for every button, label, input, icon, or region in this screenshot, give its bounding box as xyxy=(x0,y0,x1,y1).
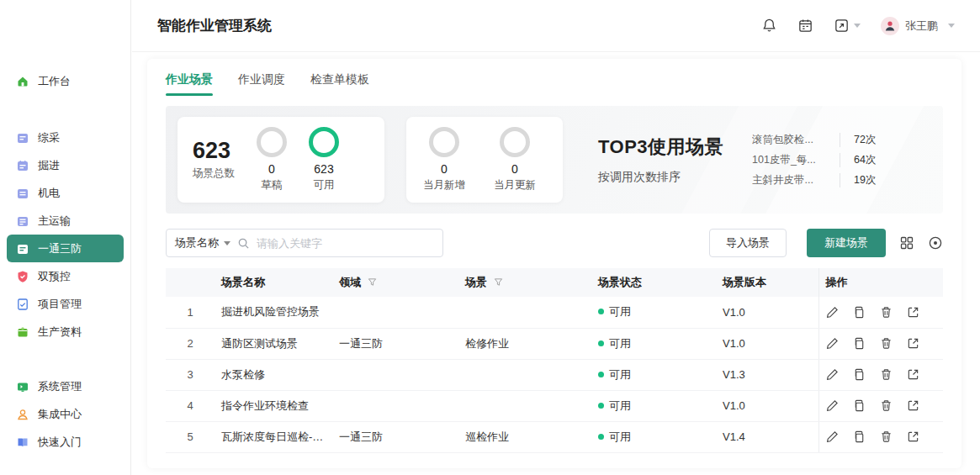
tab-schedule[interactable]: 作业调度 xyxy=(238,72,285,96)
top3-item: 滚筒包胶检... 72次 xyxy=(752,133,877,147)
sidebar-item-xitongguanli[interactable]: 系统管理 xyxy=(7,372,124,400)
edit-icon[interactable] xyxy=(826,368,839,381)
sidebar-item-label: 系统管理 xyxy=(38,379,82,394)
top3-panel: TOP3使用场景 按调用次数排序 滚筒包胶检... 72次 101皮带_每...… xyxy=(598,133,877,187)
share-icon[interactable] xyxy=(907,306,919,319)
filter-funnel-icon[interactable] xyxy=(494,277,503,289)
edit-icon[interactable] xyxy=(826,430,839,443)
scene-cell: 巡检作业 xyxy=(458,421,591,452)
edit-icon[interactable] xyxy=(826,399,839,412)
calendar-icon[interactable] xyxy=(797,18,813,34)
copy-icon[interactable] xyxy=(853,306,866,319)
col-version: 场景版本 xyxy=(716,268,818,297)
chevron-down-icon xyxy=(224,241,230,245)
scene-name-cell: 瓦斯浓度每日巡检-TF... xyxy=(215,421,332,452)
row-index: 1 xyxy=(166,297,215,328)
row-index: 2 xyxy=(166,328,215,359)
domain-cell: 一通三防 xyxy=(332,328,458,359)
table-toolbar: 场景名称 导入场景 新建场景 xyxy=(166,229,943,257)
edit-icon[interactable] xyxy=(826,306,839,319)
copy-icon[interactable] xyxy=(853,337,866,350)
sidebar-item-kuaisurumen[interactable]: 快速入门 xyxy=(7,428,124,456)
search-icon xyxy=(237,237,250,250)
actions-cell xyxy=(818,390,943,421)
share-icon[interactable] xyxy=(907,399,919,412)
copy-icon[interactable] xyxy=(853,368,866,381)
scene-name-cell: 掘进机风险管控场景 xyxy=(215,297,332,328)
create-scene-button[interactable]: 新建场景 xyxy=(807,229,886,257)
settings-icon[interactable] xyxy=(928,235,943,251)
sidebar-item-jidian[interactable]: 机电 xyxy=(7,179,124,207)
apps-export-icon[interactable] xyxy=(834,18,861,34)
import-scene-button[interactable]: 导入场景 xyxy=(709,229,787,257)
topbar: 智能作业管理系统 张王鹏 xyxy=(132,0,980,52)
sidebar-item-zongcai[interactable]: 综采 xyxy=(7,124,124,151)
version-cell: V1.0 xyxy=(716,390,818,421)
module-icon xyxy=(15,241,29,256)
top3-item-name: 主斜井皮带... xyxy=(752,173,840,187)
card-view-icon[interactable] xyxy=(899,235,914,251)
sidebar-item-juejin[interactable]: 掘进 xyxy=(7,151,124,179)
share-icon[interactable] xyxy=(907,337,919,350)
status-dot xyxy=(598,309,604,314)
version-cell: V1.0 xyxy=(716,328,818,359)
filter-field-select[interactable]: 场景名称 xyxy=(175,235,230,251)
filter-funnel-icon[interactable] xyxy=(368,277,377,289)
sidebar-item-xiangmuguanli[interactable]: 项目管理 xyxy=(7,290,124,318)
available-ring xyxy=(309,127,339,157)
tab-label: 检查单模板 xyxy=(310,72,369,86)
toolbar-actions: 导入场景 新建场景 xyxy=(709,229,943,257)
status-dot xyxy=(598,403,604,409)
scene-cell xyxy=(458,390,591,421)
sidebar-item-label: 机电 xyxy=(38,186,60,201)
delete-icon[interactable] xyxy=(880,306,893,319)
sidebar-item-shengchanziliao[interactable]: 生产资料 xyxy=(7,318,124,346)
domain-cell: 一通三防 xyxy=(332,421,458,452)
sidebar-item-workbench[interactable]: 工作台 xyxy=(7,67,124,95)
status-cell: 可用 xyxy=(591,359,716,390)
table-row: 1 掘进机风险管控场景 可用 V1.0 xyxy=(166,297,943,328)
domain-cell xyxy=(332,390,458,421)
actions-cell xyxy=(818,328,943,359)
materials-icon xyxy=(15,325,29,339)
actions-cell xyxy=(818,359,943,390)
share-icon[interactable] xyxy=(907,368,919,381)
status-badge: 可用 xyxy=(609,337,631,350)
tab-scene[interactable]: 作业场景 xyxy=(166,72,213,96)
delete-icon[interactable] xyxy=(880,430,893,443)
tab-bar: 作业场景 作业调度 检查单模板 xyxy=(166,72,943,96)
scene-cell xyxy=(458,297,591,328)
top3-title: TOP3使用场景 xyxy=(598,135,723,160)
module-icon xyxy=(15,130,29,145)
edit-icon[interactable] xyxy=(826,337,839,350)
month-new-label: 当月新增 xyxy=(423,178,465,193)
share-icon[interactable] xyxy=(907,430,919,443)
copy-icon[interactable] xyxy=(853,430,866,443)
delete-icon[interactable] xyxy=(880,368,893,381)
bell-icon[interactable] xyxy=(761,18,777,34)
scene-cell xyxy=(458,359,591,390)
sidebar-item-yitongsanfang[interactable]: 一通三防 xyxy=(7,235,124,262)
table-row: 4 指令作业环境检查 可用 V1.0 xyxy=(166,390,943,421)
col-name: 场景名称 xyxy=(215,268,332,297)
user-menu[interactable]: 张王鹏 xyxy=(881,17,955,35)
sidebar-item-shuangyukong[interactable]: 双预控 xyxy=(7,262,124,290)
module-icon xyxy=(15,214,29,228)
status-badge: 可用 xyxy=(609,305,631,318)
status-dot xyxy=(598,434,604,440)
copy-icon[interactable] xyxy=(853,399,866,412)
top3-item-name: 滚筒包胶检... xyxy=(752,133,840,147)
scene-name-cell: 指令作业环境检查 xyxy=(215,390,332,421)
col-scene: 场景 xyxy=(458,268,591,297)
draft-stat: 0 草稿 xyxy=(257,127,287,193)
sidebar-item-zhuyunshu[interactable]: 主运输 xyxy=(7,207,124,235)
tab-checklist-template[interactable]: 检查单模板 xyxy=(310,72,369,96)
top3-subtitle: 按调用次数排序 xyxy=(598,170,723,185)
search-input[interactable] xyxy=(257,237,434,250)
delete-icon[interactable] xyxy=(880,337,893,350)
month-update-ring xyxy=(500,127,530,157)
delete-icon[interactable] xyxy=(880,399,893,412)
col-status: 场景状态 xyxy=(591,268,716,297)
sidebar: 工作台 综采 掘进 机电 主运输 xyxy=(0,0,131,475)
sidebar-item-jichengzhongxin[interactable]: 集成中心 xyxy=(7,400,124,428)
